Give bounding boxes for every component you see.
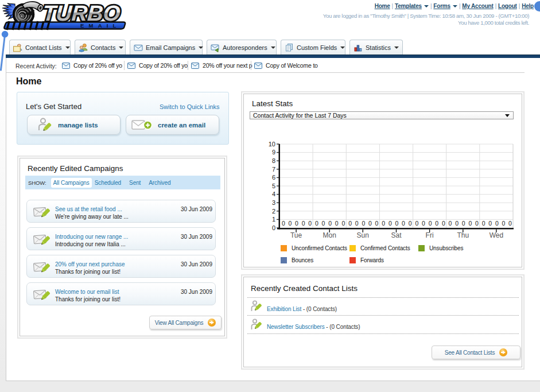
svg-text:4: 4 (272, 191, 275, 197)
svg-text:0: 0 (402, 220, 405, 227)
svg-text:0: 0 (435, 220, 438, 227)
svg-text:9: 9 (272, 149, 275, 156)
svg-text:0: 0 (368, 220, 372, 227)
svg-text:0: 0 (468, 220, 472, 227)
svg-text:2: 2 (272, 208, 275, 215)
svg-text:0: 0 (308, 220, 312, 227)
svg-text:0: 0 (362, 220, 365, 227)
svg-text:0: 0 (328, 220, 332, 227)
svg-text:0: 0 (348, 220, 352, 227)
svg-text:10: 10 (269, 141, 275, 148)
svg-text:0: 0 (315, 220, 318, 227)
svg-text:0: 0 (295, 220, 298, 227)
svg-text:0: 0 (409, 220, 412, 227)
svg-text:0: 0 (502, 220, 505, 227)
svg-text:Sun: Sun (357, 231, 369, 239)
svg-text:0: 0 (282, 220, 285, 227)
svg-text:0: 0 (495, 220, 499, 227)
svg-text:EMAIL: EMAIL (80, 22, 121, 29)
svg-text:0: 0 (508, 220, 512, 227)
svg-text:0: 0 (429, 220, 432, 227)
svg-text:Thu: Thu (457, 231, 469, 239)
svg-text:0: 0 (449, 220, 452, 227)
svg-text:0: 0 (462, 220, 465, 227)
svg-text:Fri: Fri (426, 231, 434, 239)
svg-text:8: 8 (272, 157, 275, 164)
svg-text:0: 0 (422, 220, 425, 227)
svg-text:0: 0 (475, 220, 479, 227)
svg-text:Mon: Mon (323, 231, 336, 239)
svg-text:0: 0 (341, 220, 345, 227)
svg-text:3: 3 (272, 199, 275, 206)
svg-text:0: 0 (322, 220, 325, 227)
svg-text:0: 0 (455, 220, 459, 227)
svg-text:0: 0 (415, 220, 418, 227)
svg-text:0: 0 (302, 220, 305, 227)
svg-text:0: 0 (335, 220, 339, 227)
svg-text:0: 0 (395, 220, 398, 227)
svg-text:0: 0 (272, 224, 275, 231)
svg-text:0: 0 (375, 220, 379, 227)
svg-text:0: 0 (389, 220, 392, 227)
svg-text:6: 6 (272, 174, 275, 181)
svg-text:0: 0 (442, 220, 445, 227)
svg-text:0: 0 (482, 220, 485, 227)
svg-text:Wed: Wed (490, 231, 503, 239)
svg-text:0: 0 (355, 220, 359, 227)
svg-text:0: 0 (382, 220, 385, 227)
svg-text:0: 0 (288, 220, 292, 227)
svg-text:Sat: Sat (391, 231, 402, 239)
svg-text:7: 7 (272, 166, 275, 173)
svg-text:Tue: Tue (290, 231, 302, 239)
svg-text:0: 0 (488, 220, 492, 227)
svg-text:5: 5 (272, 183, 275, 189)
svg-text:1: 1 (272, 216, 275, 223)
